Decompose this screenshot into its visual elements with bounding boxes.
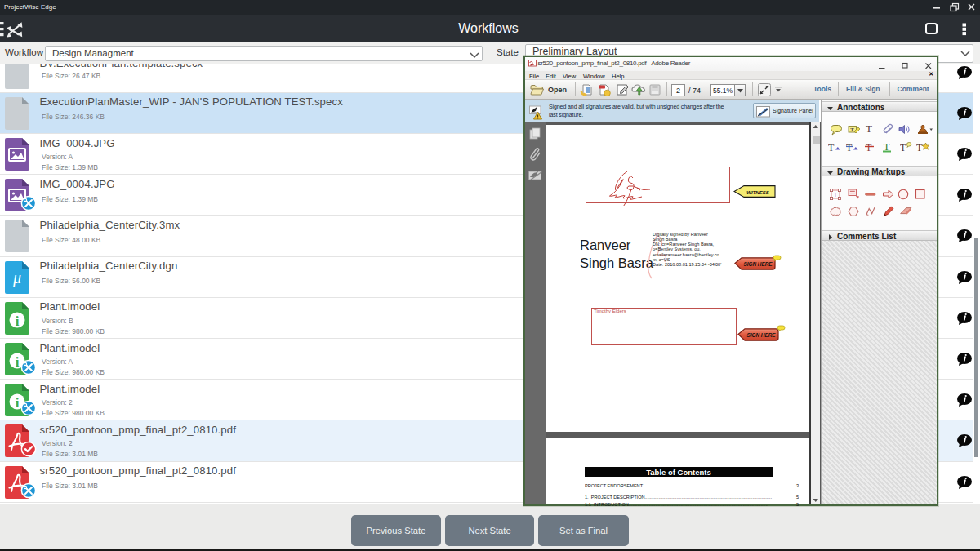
svg-text:T: T <box>916 142 923 153</box>
svg-text:μ: μ <box>12 269 21 287</box>
svg-text:i: i <box>16 354 20 370</box>
svg-text:WITNESS: WITNESS <box>746 190 768 195</box>
svg-text:i: i <box>16 395 20 411</box>
svg-text:T: T <box>834 192 837 198</box>
svg-text:T: T <box>828 142 835 153</box>
svg-text:T: T <box>846 142 853 153</box>
svg-text:T: T <box>900 142 906 153</box>
svg-text:T: T <box>884 141 890 153</box>
svg-text:T: T <box>866 142 872 153</box>
svg-text:i: i <box>16 313 20 329</box>
